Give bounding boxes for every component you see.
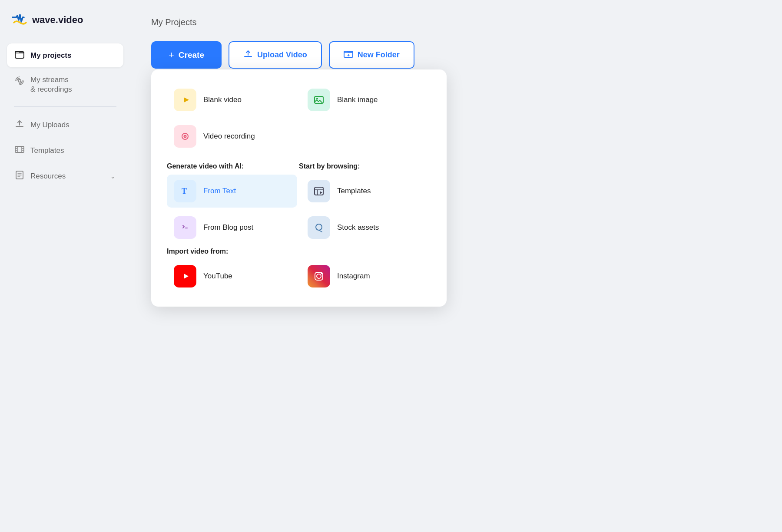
video-recording-item[interactable]: Video recording	[167, 120, 262, 153]
templates-icon-box	[308, 180, 330, 202]
logo-text: wave.video	[32, 14, 83, 26]
upload-video-label: Upload Video	[257, 50, 307, 59]
youtube-item[interactable]: YouTube	[167, 260, 297, 293]
stock-assets-icon-box	[308, 216, 330, 239]
sidebar-item-resources[interactable]: Resources ⌄	[7, 164, 123, 188]
blank-video-item[interactable]: Blank video	[167, 83, 297, 116]
instagram-label: Instagram	[337, 272, 370, 281]
sidebar-item-my-projects-label: My projects	[30, 51, 71, 60]
youtube-icon-box	[174, 265, 196, 287]
folder-icon	[15, 50, 24, 61]
new-folder-icon	[344, 49, 353, 61]
stock-assets-item[interactable]: Stock assets	[301, 211, 431, 244]
upload-icon	[15, 119, 24, 131]
upload-video-icon	[243, 49, 253, 61]
sidebar-item-templates[interactable]: Templates	[7, 139, 123, 162]
page-title: My Projects	[151, 17, 761, 27]
video-recording-label: Video recording	[203, 132, 255, 141]
instagram-icon-box	[308, 265, 330, 287]
sidebar-item-streams[interactable]: My streams& recordings	[7, 69, 123, 100]
logo: wave.video	[7, 14, 123, 42]
sidebar-item-templates-label: Templates	[30, 146, 64, 155]
blank-video-icon-box	[174, 89, 196, 111]
from-blog-label: From Blog post	[203, 223, 253, 232]
svg-point-14	[316, 224, 322, 230]
from-text-item[interactable]: T From Text	[167, 175, 297, 208]
stock-assets-label: Stock assets	[337, 223, 379, 232]
create-label: Create	[179, 50, 204, 60]
create-button[interactable]: + Create	[151, 41, 222, 69]
blank-image-icon-box	[308, 89, 330, 111]
sidebar-item-my-uploads-label: My Uploads	[30, 121, 70, 129]
new-folder-label: New Folder	[358, 50, 400, 59]
main-content: My Projects + Create Upload Video New Fo…	[130, 0, 782, 532]
browse-section-label: Start by browsing:	[299, 162, 431, 170]
svg-point-10	[185, 136, 186, 137]
upload-video-button[interactable]: Upload Video	[229, 41, 322, 69]
film-icon	[15, 145, 24, 156]
blank-image-label: Blank image	[337, 96, 378, 104]
svg-point-18	[321, 273, 322, 274]
svg-text:T: T	[182, 187, 187, 195]
from-text-label: From Text	[203, 187, 236, 195]
templates-browse-label: Templates	[337, 187, 371, 195]
blank-video-label: Blank video	[203, 96, 242, 104]
from-blog-icon-box	[174, 216, 196, 239]
blank-image-item[interactable]: Blank image	[301, 83, 431, 116]
svg-marker-15	[184, 274, 189, 279]
svg-marker-13	[320, 191, 322, 194]
chevron-down-icon: ⌄	[110, 173, 116, 180]
toolbar: + Create Upload Video New Folder	[151, 41, 761, 69]
import-section-label: Import video from:	[167, 248, 431, 255]
svg-point-1	[18, 79, 21, 82]
sidebar-item-resources-label: Resources	[30, 172, 66, 181]
from-blog-item[interactable]: From Blog post	[167, 211, 297, 244]
radio-icon	[15, 76, 24, 88]
svg-point-17	[317, 274, 321, 278]
youtube-label: YouTube	[203, 272, 232, 281]
sidebar-item-streams-label: My streams& recordings	[30, 75, 72, 94]
sidebar-divider	[14, 106, 116, 107]
svg-point-7	[316, 98, 318, 99]
resources-row: Resources ⌄	[15, 170, 116, 182]
templates-browse-item[interactable]: Templates	[301, 175, 431, 208]
video-recording-icon-box	[174, 125, 196, 148]
instagram-item[interactable]: Instagram	[301, 260, 431, 293]
svg-rect-2	[15, 146, 24, 152]
new-folder-button[interactable]: New Folder	[329, 41, 414, 69]
resources-left: Resources	[15, 170, 66, 182]
sidebar: wave.video My projects My streams& recor…	[0, 0, 130, 532]
plus-icon: +	[169, 50, 174, 61]
recording-row: Video recording	[167, 120, 431, 153]
from-text-icon-box: T	[174, 180, 196, 202]
sidebar-item-my-projects[interactable]: My projects	[7, 43, 123, 67]
ai-section-label: Generate video with AI:	[167, 162, 299, 170]
doc-icon	[15, 170, 24, 182]
create-dropdown: Blank video Blank image Video recording …	[151, 69, 447, 307]
svg-marker-5	[184, 97, 189, 102]
svg-rect-12	[315, 187, 323, 195]
sidebar-item-my-uploads[interactable]: My Uploads	[7, 113, 123, 137]
top-options-row: Blank video Blank image	[167, 83, 431, 116]
